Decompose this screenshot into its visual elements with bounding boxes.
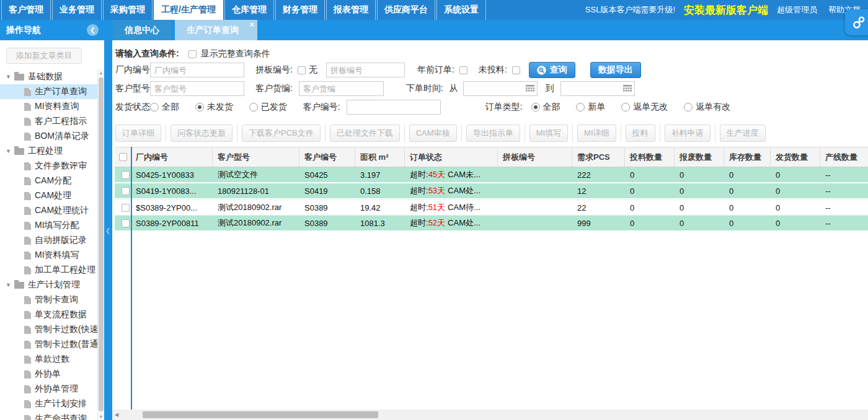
scroll-down-icon[interactable]: ▼ — [98, 414, 104, 419]
sidebar-tree-item[interactable]: ▼ 生产订单查询 — [0, 84, 97, 99]
column-header[interactable]: 拼板编号 — [498, 147, 572, 167]
tab-close-icon[interactable]: × — [249, 20, 254, 28]
scroll-up-icon[interactable]: ▲ — [98, 71, 104, 75]
nav-item[interactable]: 系统设置 — [436, 0, 486, 20]
order-time-from-input[interactable] — [463, 81, 538, 96]
sidebar-tree-item[interactable]: ▼ 生产命书查询 — [0, 411, 97, 420]
radio-option[interactable]: 全部 — [150, 102, 179, 113]
column-header[interactable]: 需求PCS — [572, 147, 625, 167]
search-button[interactable]: 查询 — [529, 62, 575, 78]
sidebar-tree-item[interactable]: ▼ 自动拼版记录 — [0, 233, 97, 248]
toolbar-button[interactable]: 投料 — [626, 125, 655, 142]
nav-item[interactable]: 客户管理 — [1, 0, 51, 20]
toolbar-button[interactable]: MI填写 — [529, 125, 568, 142]
sidebar-tree-item[interactable]: ▼ 工程处理 — [0, 144, 97, 159]
tree-expand-icon[interactable]: ▼ — [6, 148, 11, 154]
sidebar-tree-item[interactable]: ▼ 管制卡查询 — [0, 292, 97, 307]
sidebar-tree-item[interactable]: ▼ 文件参数评审 — [0, 159, 97, 173]
tree-expand-icon[interactable]: ▼ — [6, 74, 11, 80]
export-button[interactable]: 数据导出 — [590, 62, 641, 78]
sidebar-tree-item[interactable]: ▼ MI资料填写 — [0, 248, 97, 263]
table-row[interactable]: S0419-1Y0083... 180921128-01 S0419 0.158… — [115, 183, 868, 199]
sidebar-tree-item[interactable]: ▼ 客户工程指示 — [0, 114, 97, 129]
toolbar-button[interactable]: 下载客户PCB文件 — [242, 125, 321, 142]
column-header[interactable]: 客户编号 — [299, 147, 355, 167]
row-checkbox[interactable] — [122, 219, 130, 227]
sidebar-tree-item[interactable]: ▼ CAM处理统计 — [0, 203, 97, 218]
radio-option[interactable]: 返单有改 — [684, 102, 730, 113]
nav-item[interactable]: 仓库管理 — [224, 0, 274, 20]
sidebar-tree-item[interactable]: ▼ CAM处理 — [0, 188, 97, 203]
nav-item[interactable]: 工程/生产管理 — [154, 0, 223, 20]
toolbar-button[interactable]: 补料申请 — [665, 125, 711, 142]
toolbar-button[interactable]: 问客状态更新 — [170, 125, 232, 142]
sidebar-tree-item[interactable]: ▼ 外协单管理 — [0, 382, 97, 396]
sidebar-tree-item[interactable]: ▼ 单支流程数据 — [0, 307, 97, 322]
row-checkbox[interactable] — [122, 204, 130, 212]
tree-expand-icon[interactable]: ▼ — [6, 282, 11, 288]
sidebar-tree-item[interactable]: ▼ 管制卡过数(普通 — [0, 337, 97, 352]
sidebar-tree-item[interactable]: ▼ CAM分配 — [0, 173, 97, 188]
nav-item[interactable]: 财务管理 — [275, 0, 325, 20]
row-checkbox[interactable] — [122, 187, 130, 195]
column-header[interactable]: 报废数量 — [675, 147, 724, 167]
table-row[interactable]: S0425-1Y00833 测试空文件 S0425 3.197 超时:45天CA… — [115, 167, 868, 183]
table-row[interactable]: S0389-2YP00811 测试20180902.rar S0389 1081… — [115, 216, 868, 232]
panel-no-input[interactable] — [326, 63, 405, 77]
sidebar-tree-item[interactable]: ▼ MI资料查询 — [0, 99, 97, 114]
radio-option[interactable]: 已发货 — [249, 102, 287, 113]
column-header[interactable]: 产线数量 — [820, 147, 868, 167]
column-header[interactable]: 厂内编号 — [131, 147, 213, 167]
nav-item[interactable]: 供应商平台 — [377, 0, 435, 20]
sidebar-tree-item[interactable]: ▼ 加工单工程处理 — [0, 263, 97, 278]
column-header[interactable]: 库存数量 — [724, 147, 771, 167]
sidebar-tree-item[interactable]: ▼ BOM清单记录 — [0, 129, 97, 144]
radio-option[interactable]: 未发货 — [195, 102, 233, 113]
panel-splitter[interactable]: ❮ — [104, 40, 112, 420]
order-time-to-input[interactable] — [560, 81, 635, 96]
customer-no-input[interactable] — [347, 100, 441, 115]
column-header[interactable]: 发货数量 — [771, 147, 820, 167]
float-share-button[interactable] — [845, 9, 868, 35]
toolbar-button[interactable]: MI详细 — [577, 125, 616, 142]
radio-option[interactable]: 全部 — [531, 102, 560, 113]
sidebar-tree-item[interactable]: ▼ 生产计划管理 — [0, 278, 97, 292]
row-checkbox[interactable] — [122, 171, 130, 179]
sidebar-tree-item[interactable]: ▼ 单款过数 — [0, 352, 97, 367]
scroll-left-icon[interactable]: ◀ — [115, 412, 118, 418]
factory-no-input[interactable] — [150, 63, 244, 77]
column-header[interactable]: 客户型号 — [213, 147, 299, 167]
collapse-panel-button[interactable]: ❮ — [87, 24, 99, 36]
sidebar-tree-item[interactable]: ▼ 生产计划安排 — [0, 396, 97, 411]
table-row[interactable]: $S0389-2YP00... 测试20180902.rar S0389 19.… — [115, 199, 868, 216]
column-header[interactable]: 面积 m² — [355, 147, 405, 167]
column-header[interactable]: 订单状态 — [405, 147, 498, 167]
tab[interactable]: 信息中心 × — [113, 20, 171, 40]
show-full-conditions-checkbox[interactable] — [188, 50, 197, 58]
pre-year-order-checkbox[interactable] — [459, 66, 467, 74]
column-header[interactable]: 投料数量 — [625, 147, 675, 167]
sidebar-tree-item[interactable]: ▼ MI填写分配 — [0, 218, 97, 233]
toolbar-button[interactable]: 订单详细 — [115, 125, 161, 142]
not-fed-checkbox[interactable] — [512, 66, 520, 74]
install-client-link[interactable]: 安装最新版客户端 — [684, 3, 768, 17]
customer-model-input[interactable] — [150, 81, 244, 96]
toolbar-button[interactable]: 导出指示单 — [466, 125, 520, 142]
sidebar-tree-item[interactable]: ▼ 管制卡过数(快速 — [0, 322, 97, 337]
toolbar-button[interactable]: 生产进度 — [720, 125, 766, 142]
nav-item[interactable]: 业务管理 — [52, 0, 102, 20]
tab[interactable]: 生产订单查询 × — [175, 20, 257, 40]
add-category-button[interactable]: 添加新文章类目 — [6, 48, 82, 64]
user-name[interactable]: 超级管理员 — [777, 4, 817, 15]
customer-code-input[interactable] — [299, 81, 384, 96]
radio-option[interactable]: 返单无改 — [621, 102, 668, 113]
sidebar-tree-item[interactable]: ▼ 基础数据 — [0, 69, 97, 84]
sidebar-scrollbar[interactable]: ▲ ▼ — [97, 69, 104, 420]
nav-item[interactable]: 采购管理 — [103, 0, 153, 20]
toolbar-button[interactable]: CAM审核 — [409, 125, 457, 142]
toolbar-button[interactable]: 已处理文件下载 — [330, 125, 400, 142]
horizontal-scrollbar[interactable]: ◀ — [112, 409, 868, 420]
select-all-checkbox[interactable] — [119, 153, 127, 161]
panel-none-checkbox[interactable] — [298, 66, 306, 74]
sidebar-scrollbar-thumb[interactable] — [99, 77, 104, 411]
